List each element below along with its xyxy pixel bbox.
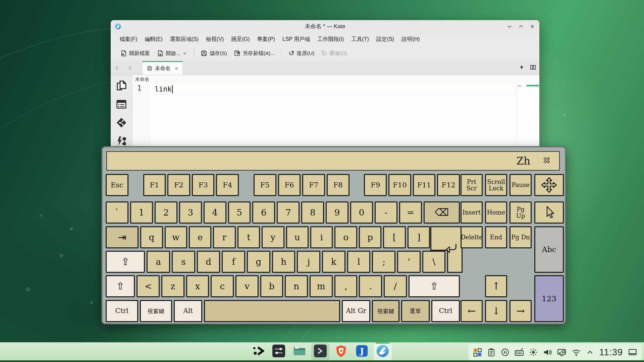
tab-close-icon[interactable]: ✕ <box>175 66 178 71</box>
launcher-system-settings[interactable] <box>270 343 288 360</box>
launcher-terminal[interactable] <box>311 343 329 360</box>
key-ctrl-right[interactable]: Ctrl <box>431 300 460 322</box>
key-shift-right[interactable]: ⇧ <box>409 275 460 297</box>
breadcrumb[interactable]: 未命名 <box>132 75 539 83</box>
key-0[interactable]: 0 <box>350 201 373 224</box>
key-period[interactable]: . <box>359 275 382 297</box>
key-alt[interactable]: Alt <box>174 300 202 322</box>
split-view-icon[interactable] <box>530 65 536 71</box>
key-abc[interactable]: Abc <box>534 226 564 273</box>
documents-tool-icon[interactable] <box>115 80 127 93</box>
media-pause-icon[interactable] <box>501 348 509 357</box>
key-f8[interactable]: F8 <box>327 174 350 196</box>
launcher-file-manager[interactable] <box>290 343 309 360</box>
minimap-scrollbar[interactable] <box>516 83 539 154</box>
key-f3[interactable]: F3 <box>192 174 215 196</box>
key-f5[interactable]: F5 <box>254 174 276 196</box>
key-6[interactable]: 6 <box>252 201 275 224</box>
key-f6[interactable]: F6 <box>278 174 301 196</box>
key-e[interactable]: e <box>189 226 211 248</box>
key-f7[interactable]: F7 <box>302 174 325 196</box>
undo-button[interactable]: ↺ 復原(U) <box>285 48 318 59</box>
key-p[interactable]: p <box>359 226 381 248</box>
key-7[interactable]: 7 <box>277 201 300 224</box>
redo-button[interactable]: ↻ 重做(D) <box>318 48 350 59</box>
key-scroll-lock[interactable]: Scroll Lock <box>485 174 507 196</box>
key-c[interactable]: c <box>211 275 234 297</box>
key-arrow-right[interactable]: → <box>509 300 532 322</box>
menu-item-4[interactable]: 跳至(G) <box>227 36 253 43</box>
virtual-keyboard-icon[interactable] <box>515 348 524 357</box>
launcher-kate[interactable] <box>374 343 392 360</box>
volume-icon[interactable] <box>543 348 552 357</box>
filelist-tool-icon[interactable] <box>116 99 127 111</box>
key-s[interactable]: s <box>172 251 195 273</box>
key-o[interactable]: o <box>334 226 357 248</box>
menu-item-0[interactable]: 檔案(F) <box>116 36 141 43</box>
key-d[interactable]: d <box>197 251 220 273</box>
key-m[interactable]: m <box>310 275 333 297</box>
key-pg-up[interactable]: Pg Up <box>509 201 532 224</box>
key-less-than[interactable]: < <box>137 275 160 297</box>
key-123[interactable]: 123 <box>534 275 564 322</box>
clock[interactable]: 11:39 <box>599 347 623 358</box>
minimize-button[interactable] <box>506 23 513 29</box>
key-f12[interactable]: F12 <box>437 174 460 196</box>
git-tool-icon[interactable] <box>115 117 127 130</box>
input-method-icon[interactable] <box>557 348 567 357</box>
save-as-button[interactable]: 另存新檔(A)... <box>230 48 278 59</box>
key-move[interactable] <box>534 174 564 196</box>
key-h[interactable]: h <box>272 251 296 273</box>
key-f1[interactable]: F1 <box>143 174 166 196</box>
key-pause[interactable]: Pause <box>509 174 532 196</box>
show-desktop-icon[interactable] <box>628 348 637 357</box>
menu-item-3[interactable]: 檢視(V) <box>202 36 227 43</box>
key-=[interactable]: = <box>399 201 422 224</box>
key-q[interactable]: q <box>140 226 163 248</box>
key-b[interactable]: b <box>260 275 283 297</box>
key-`[interactable]: ` <box>106 201 128 224</box>
key-9[interactable]: 9 <box>326 201 348 224</box>
menu-item-8[interactable]: 工具(T) <box>347 36 372 43</box>
key-delelte[interactable]: Delelte <box>461 226 483 248</box>
wifi-icon[interactable] <box>572 348 581 357</box>
key-f2[interactable]: F2 <box>167 174 190 196</box>
launcher-app-launcher[interactable] <box>249 343 267 360</box>
key-k[interactable]: k <box>322 251 345 273</box>
key-a[interactable]: a <box>147 251 170 273</box>
title-bar[interactable]: 未命名 * — Kate <box>111 20 539 33</box>
key-pg-dn[interactable]: Pg Dn <box>509 226 532 248</box>
new-file-button[interactable]: 開新檔案 <box>117 48 153 59</box>
key-t[interactable]: t <box>237 226 260 248</box>
key-enter[interactable] <box>430 226 463 273</box>
key-3[interactable]: 3 <box>179 201 202 224</box>
key-f11[interactable]: F11 <box>413 174 436 196</box>
virtual-desktops-pager-icon[interactable]: 0 <box>473 348 482 357</box>
menu-item-6[interactable]: LSP 用戶端 <box>279 36 314 43</box>
key-1[interactable]: 1 <box>130 201 153 224</box>
menu-item-10[interactable]: 說明(H) <box>398 36 423 43</box>
save-button[interactable]: 儲存(S) <box>197 48 230 59</box>
key-arrow-up[interactable]: ↑ <box>485 275 507 297</box>
key-prt-scr[interactable]: Prt Scr <box>461 174 483 196</box>
key-f4[interactable]: F4 <box>216 174 239 196</box>
menu-item-1[interactable]: 編輯(E) <box>141 36 166 43</box>
menu-item-9[interactable]: 設定(S) <box>373 36 398 43</box>
key-r[interactable]: r <box>213 226 235 248</box>
key-5[interactable]: 5 <box>228 201 251 224</box>
key-w[interactable]: w <box>165 226 187 248</box>
tab-forward-button[interactable] <box>123 61 136 75</box>
key-8[interactable]: 8 <box>301 201 324 224</box>
key-menu[interactable]: 選單 <box>401 300 430 322</box>
key-y[interactable]: y <box>262 226 284 248</box>
menu-item-7[interactable]: 工作階段(I) <box>314 36 347 43</box>
launcher-joplin[interactable]: J <box>353 343 371 360</box>
key-tab[interactable]: ⇥ <box>106 226 139 248</box>
key-comma[interactable]: , <box>334 275 358 297</box>
key-;[interactable]: ; <box>372 251 395 273</box>
key-pointer[interactable] <box>534 201 564 224</box>
key-g[interactable]: g <box>247 251 270 273</box>
key-'[interactable]: ' <box>397 251 421 273</box>
key-4[interactable]: 4 <box>204 201 226 224</box>
key-altgr[interactable]: Alt Gr <box>342 300 370 322</box>
